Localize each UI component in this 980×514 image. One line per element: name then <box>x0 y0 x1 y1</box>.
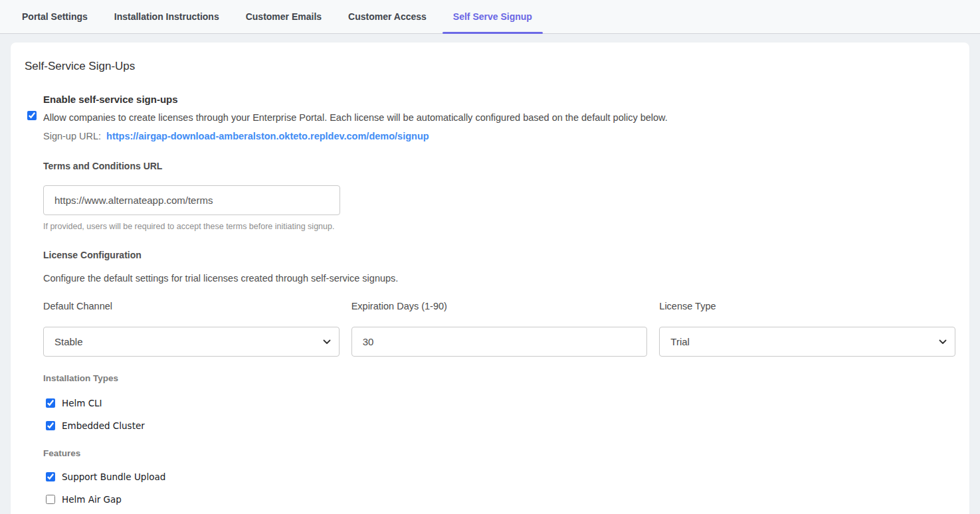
settings-tabbar: Portal Settings Installation Instruction… <box>0 0 980 34</box>
embedded-cluster-checkbox[interactable] <box>46 421 55 430</box>
page-title: Self-Service Sign-Ups <box>25 58 955 74</box>
tab-customer-emails[interactable]: Customer Emails <box>235 0 332 33</box>
tab-customer-access[interactable]: Customer Access <box>338 0 437 33</box>
tab-installation-instructions[interactable]: Installation Instructions <box>104 0 230 33</box>
terms-url-label: Terms and Conditions URL <box>43 159 955 173</box>
helm-air-gap-label: Helm Air Gap <box>62 493 122 505</box>
default-channel-label: Default Channel <box>43 300 340 313</box>
enable-heading: Enable self-service sign-ups <box>43 93 955 106</box>
tab-portal-settings[interactable]: Portal Settings <box>11 0 98 33</box>
embedded-cluster-label: Embedded Cluster <box>62 420 145 432</box>
default-channel-select[interactable]: Stable <box>43 327 340 357</box>
default-channel-field: Default Channel Stable <box>43 300 340 357</box>
license-type-select[interactable]: Trial <box>659 327 955 357</box>
enable-description: Allow companies to create licenses throu… <box>43 111 955 124</box>
signup-url-line: Sign-up URL: https://airgap-download-amb… <box>43 129 955 143</box>
expiration-days-input[interactable] <box>351 327 648 357</box>
self-service-signups-card: Self-Service Sign-Ups Enable self-servic… <box>11 43 969 514</box>
tab-self-serve-signup[interactable]: Self Serve Signup <box>442 0 543 33</box>
feature-support-bundle-upload[interactable]: Support Bundle Upload <box>46 471 955 483</box>
terms-helper-text: If provided, users will be required to a… <box>43 221 955 232</box>
helm-air-gap-checkbox[interactable] <box>46 495 55 504</box>
license-type-field: License Type Trial <box>659 300 955 357</box>
signup-url-link[interactable]: https://airgap-download-amberalston.okte… <box>106 131 429 141</box>
helm-cli-label: Helm CLI <box>62 397 102 409</box>
terms-url-input[interactable] <box>43 185 340 215</box>
license-type-label: License Type <box>659 300 955 313</box>
installation-type-helm-cli[interactable]: Helm CLI <box>46 397 955 409</box>
features-label: Features <box>43 447 955 460</box>
license-configuration-description: Configure the default settings for trial… <box>43 272 955 285</box>
support-bundle-upload-label: Support Bundle Upload <box>62 471 165 483</box>
signup-url-label: Sign-up URL: <box>43 131 101 141</box>
installation-type-embedded-cluster[interactable]: Embedded Cluster <box>46 420 955 432</box>
enable-self-service-checkbox[interactable] <box>27 111 37 120</box>
expiration-days-label: Expiration Days (1-90) <box>351 300 648 313</box>
license-configuration-label: License Configuration <box>43 248 955 262</box>
installation-types-label: Installation Types <box>43 372 955 385</box>
helm-cli-checkbox[interactable] <box>46 398 55 408</box>
expiration-days-field: Expiration Days (1-90) <box>351 300 648 357</box>
feature-helm-air-gap[interactable]: Helm Air Gap <box>46 493 955 505</box>
support-bundle-upload-checkbox[interactable] <box>46 472 55 481</box>
enable-self-service-section: Enable self-service sign-ups Allow compa… <box>27 93 955 505</box>
license-fields-row: Default Channel Stable Expiration Days (… <box>43 300 955 357</box>
